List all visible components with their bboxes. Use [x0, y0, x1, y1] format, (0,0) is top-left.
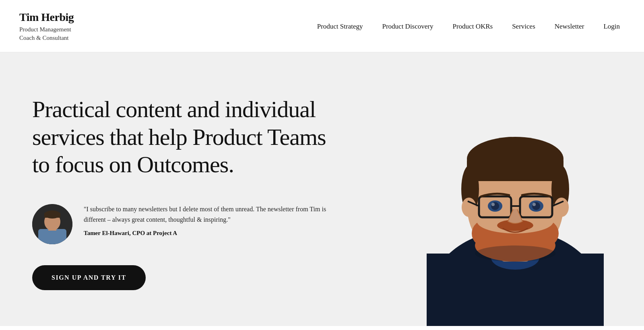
nav-product-discovery[interactable]: Product Discovery — [382, 23, 433, 31]
hero-image — [354, 52, 644, 326]
main-nav: Product Strategy Product Discovery Produ… — [317, 23, 620, 31]
svg-point-17 — [554, 198, 569, 217]
nav-product-okrs[interactable]: Product OKRs — [453, 23, 493, 31]
svg-point-31 — [491, 203, 495, 206]
brand-name: Tim Herbig — [19, 11, 74, 24]
person-photo — [354, 52, 644, 326]
testimonial-author: Tamer El-Hawari, CPO at Project A — [84, 230, 330, 237]
nav-product-strategy[interactable]: Product Strategy — [317, 23, 363, 31]
hero-section: Practical content and individual service… — [0, 52, 644, 326]
brand-logo[interactable]: Tim Herbig Product Management Coach & Co… — [19, 11, 74, 42]
nav-services[interactable]: Services — [512, 23, 535, 31]
nav-newsletter[interactable]: Newsletter — [555, 23, 584, 31]
brand-subtitle: Product Management Coach & Consultant — [19, 25, 74, 42]
svg-rect-1 — [38, 229, 66, 244]
nav-login[interactable]: Login — [603, 23, 620, 31]
svg-rect-13 — [467, 157, 564, 181]
site-header: Tim Herbig Product Management Coach & Co… — [0, 0, 644, 52]
hero-content: Practical content and individual service… — [0, 52, 354, 326]
svg-point-34 — [533, 203, 536, 206]
svg-point-16 — [462, 198, 476, 217]
testimonial-text: "I subscribe to many newsletters but I d… — [84, 204, 330, 236]
avatar — [32, 204, 72, 244]
cta-button[interactable]: SIGN UP AND TRY IT — [32, 265, 146, 290]
hero-headline: Practical content and individual service… — [32, 96, 330, 178]
testimonial-quote: "I subscribe to many newsletters but I d… — [84, 204, 330, 225]
svg-rect-5 — [44, 213, 60, 218]
testimonial-block: "I subscribe to many newsletters but I d… — [32, 204, 330, 244]
svg-point-35 — [475, 245, 555, 262]
